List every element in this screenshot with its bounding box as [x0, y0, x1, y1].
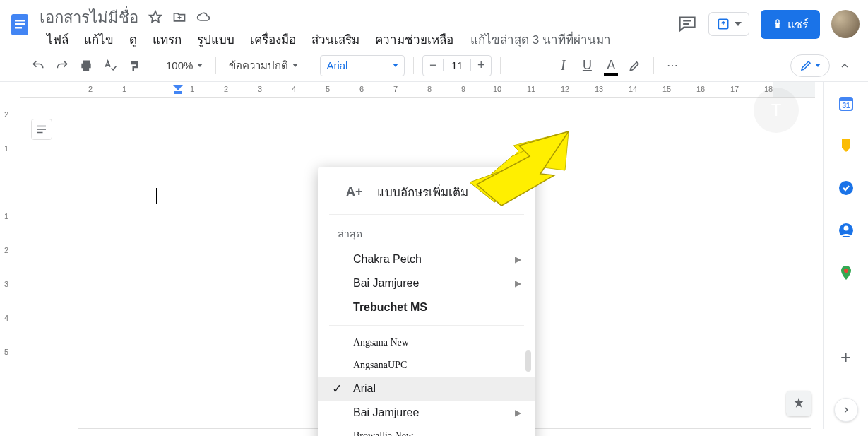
redo-button[interactable]: [52, 55, 72, 76]
font-label: Trebuchet MS: [353, 301, 427, 314]
font-item-bai-jamjuree[interactable]: Bai Jamjuree ▶: [318, 271, 535, 295]
recent-fonts-heading: ล่าสุด: [318, 223, 535, 247]
header-right: แชร์: [677, 6, 860, 42]
last-edit-link[interactable]: แก้ไขล่าสุด 3 นาทีที่ผ่านมา: [470, 30, 611, 49]
font-item-angsana-new[interactable]: Angsana New: [318, 331, 535, 354]
more-tools-button[interactable]: ⋯: [662, 55, 682, 76]
font-dropdown-menu: A+ แบบอักษรเพิ่มเติม ล่าสุด Chakra Petch…: [318, 167, 535, 436]
font-size-decrease[interactable]: −: [423, 58, 443, 73]
share-button[interactable]: แชร์: [761, 10, 820, 39]
svg-point-18: [843, 226, 848, 231]
menu-insert[interactable]: แทรก: [145, 28, 189, 50]
horizontal-ruler[interactable]: 2 1 1 2 3 4 5 6 7 8 9 10 11 12 13 14 15 …: [20, 82, 815, 98]
font-value: Arial: [326, 59, 347, 71]
print-button[interactable]: [76, 55, 96, 76]
header: เอกสารไม่มีชื่อ ไฟล์ แก้ไข ดู แทรก รูปแบ…: [0, 0, 868, 49]
font-item-trebuchet[interactable]: Trebuchet MS: [318, 295, 535, 319]
font-family-select[interactable]: Arial: [320, 55, 405, 76]
italic-button[interactable]: I: [553, 55, 573, 76]
menu-help[interactable]: ความช่วยเหลือ: [368, 28, 460, 50]
check-icon: ✓: [332, 381, 343, 396]
svg-rect-3: [15, 27, 22, 29]
maps-icon[interactable]: [838, 264, 855, 281]
caret-down-icon: [815, 64, 821, 67]
font-label: Bai Jamjuree: [353, 406, 419, 419]
paint-format-button[interactable]: [124, 55, 144, 76]
show-outline-button[interactable]: [31, 119, 52, 140]
zoom-select[interactable]: 100%: [162, 55, 207, 76]
header-center: เอกสารไม่มีชื่อ ไฟล์ แก้ไข ดู แทรก รูปแบ…: [40, 6, 677, 49]
caret-down-icon: [292, 64, 298, 67]
font-item-arial[interactable]: ✓ Arial: [318, 377, 535, 401]
font-item-browallia[interactable]: Browallia New: [318, 425, 535, 436]
menu-edit[interactable]: แก้ไข: [77, 28, 121, 50]
caret-down-icon: [197, 64, 203, 67]
menu-addons[interactable]: ส่วนเสริม: [304, 28, 367, 50]
font-label: Chakra Petch: [353, 253, 422, 266]
font-item-angsana-upc[interactable]: AngsanaUPC: [318, 354, 535, 377]
hide-sidepanel-button[interactable]: [834, 398, 858, 422]
ruler-tick: 1: [122, 85, 126, 93]
text-color-button[interactable]: A: [601, 55, 621, 76]
tasks-icon[interactable]: [838, 179, 855, 196]
work-area: 2 1 1 2 3 4 5 6 7 8 9 10 11 12 13 14 15 …: [0, 82, 868, 429]
ruler-tick: 6: [359, 85, 364, 93]
ruler-tick: 4: [4, 314, 8, 322]
explore-button[interactable]: [786, 391, 811, 416]
font-item-chakra-petch[interactable]: Chakra Petch ▶: [318, 247, 535, 271]
highlight-color-button[interactable]: [625, 55, 645, 76]
docs-logo[interactable]: [6, 6, 34, 42]
menu-view[interactable]: ดู: [122, 28, 144, 50]
present-button[interactable]: [708, 12, 749, 36]
scrollbar-thumb[interactable]: [525, 350, 531, 372]
move-icon[interactable]: [172, 10, 186, 24]
submenu-arrow-icon: ▶: [515, 254, 521, 264]
ruler-tick: 7: [393, 85, 398, 93]
cloud-status-icon[interactable]: [196, 10, 210, 24]
indent-marker[interactable]: [173, 85, 183, 95]
menu-bar: ไฟล์ แก้ไข ดู แทรก รูปแบบ เครื่องมือ ส่ว…: [40, 28, 677, 49]
document-title[interactable]: เอกสารไม่มีชื่อ: [40, 5, 138, 30]
ruler-tick: 3: [258, 85, 262, 93]
font-size-increase[interactable]: +: [471, 58, 491, 73]
svg-point-19: [844, 269, 848, 273]
menu-file[interactable]: ไฟล์: [40, 28, 76, 50]
keep-icon[interactable]: [838, 137, 855, 154]
ruler-tick: 2: [4, 246, 8, 254]
paragraph-style-select[interactable]: ข้อความปกติ: [225, 55, 302, 76]
contacts-icon[interactable]: [838, 222, 855, 239]
menu-divider: [329, 325, 524, 326]
spellcheck-button[interactable]: [100, 55, 120, 76]
underline-button[interactable]: U: [577, 55, 597, 76]
ruler-tick: 12: [561, 85, 569, 93]
comments-icon[interactable]: [677, 14, 697, 34]
add-addon-button[interactable]: +: [840, 346, 851, 368]
svg-marker-4: [150, 11, 162, 23]
calendar-icon[interactable]: 31: [838, 95, 855, 112]
caret-down-icon: [393, 64, 398, 67]
vertical-ruler[interactable]: 2 1 1 2 3 4 5: [0, 98, 20, 429]
zoom-value: 100%: [166, 59, 193, 71]
separator: [653, 57, 654, 74]
collapse-toolbar-button[interactable]: [834, 55, 855, 76]
menu-tools[interactable]: เครื่องมือ: [243, 28, 303, 50]
more-fonts-item[interactable]: A+ แบบอักษรเพิ่มเติม: [329, 179, 524, 215]
ruler-tick: 10: [493, 85, 501, 93]
editing-mode-button[interactable]: [790, 54, 830, 77]
ruler-tick: 18: [764, 85, 773, 93]
ruler-tick: 3: [4, 280, 8, 288]
undo-button[interactable]: [28, 55, 48, 76]
font-size-input[interactable]: 11: [443, 59, 471, 71]
ruler-tick: 1: [4, 212, 8, 220]
menu-format[interactable]: รูปแบบ: [190, 28, 242, 50]
ruler-tick: 5: [326, 85, 330, 93]
ruler-tick: 16: [696, 85, 705, 93]
ruler-tick: 1: [4, 144, 8, 153]
ruler-tick: 13: [595, 85, 603, 93]
font-label: Bai Jamjuree: [353, 277, 419, 290]
font-item-bai-jamjuree-2[interactable]: Bai Jamjuree ▶: [318, 401, 535, 425]
account-avatar[interactable]: [831, 10, 860, 38]
font-label: Arial: [353, 382, 376, 395]
star-icon[interactable]: [148, 10, 162, 24]
ruler-tick: 5: [4, 348, 8, 356]
